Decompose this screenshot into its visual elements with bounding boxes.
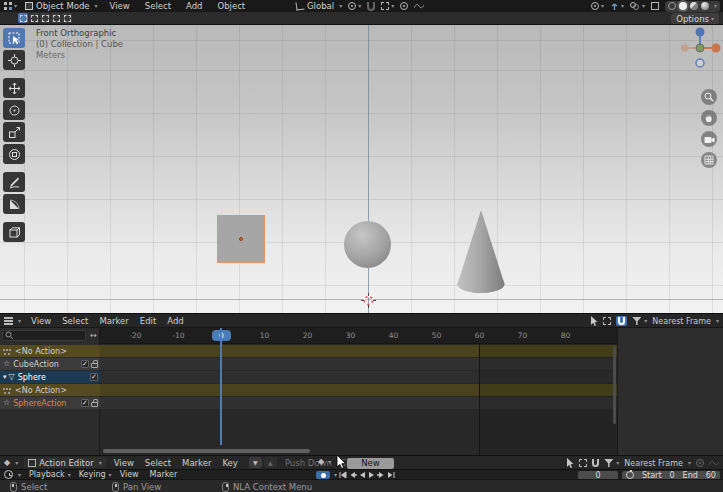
select-mode-extend-button[interactable] [29,13,39,23]
orientation-dropdown[interactable]: Global [296,1,342,11]
select-mode-subtract-button[interactable] [40,13,50,23]
proportional-editing-icon[interactable] [400,2,408,10]
tool-move[interactable] [3,78,25,98]
include-handles-icon[interactable] [579,459,587,467]
jump-to-start-button[interactable] [339,471,347,479]
timeline-menu-marker[interactable]: Marker [150,470,178,479]
expand-caret-icon[interactable] [3,374,7,381]
action-browse-dropdown[interactable] [318,458,331,466]
play-reverse-button[interactable] [359,471,366,479]
new-action-button[interactable]: New [347,458,394,469]
orthographic-toggle-button[interactable] [701,152,717,168]
stopwatch-icon[interactable] [626,471,634,479]
nla-menu-view[interactable]: View [31,316,51,326]
editor-type-dropdown[interactable] [4,2,17,10]
camera-view-button[interactable] [701,131,717,147]
track-enable-checkbox[interactable] [81,360,89,368]
solo-star-icon[interactable] [3,399,10,407]
magnet-icon[interactable] [592,459,599,467]
auto-keying-toggle[interactable] [316,471,330,479]
nla-strips-area[interactable] [100,344,617,456]
navigation-gizmo[interactable] [681,27,721,71]
action-down-button[interactable]: ▼ [249,457,262,468]
tool-cursor[interactable] [3,50,25,70]
horizontal-scrollbar[interactable] [103,449,310,453]
timeline-menu-keying[interactable]: Keying [79,470,106,479]
tool-select-box[interactable] [3,28,25,48]
menu-object[interactable]: Object [217,1,245,11]
unlock-icon[interactable] [91,363,98,368]
xray-toggle[interactable] [651,2,659,10]
tweak-cursor-icon[interactable] [566,458,574,469]
dope-editor-type-dropdown[interactable] [0,459,18,467]
unlock-icon[interactable] [91,402,98,407]
tool-scale[interactable] [3,122,25,142]
visibility-dropdown[interactable] [591,2,604,10]
cube-object[interactable] [217,215,265,263]
tool-transform[interactable] [3,144,25,164]
filter-dropdown[interactable] [604,459,619,467]
tool-add-primitive[interactable] [3,222,25,242]
vertical-scrollbar[interactable] [613,346,616,424]
falloff-curve-icon[interactable] [709,459,719,467]
shading-wireframe-button[interactable] [668,2,676,10]
cone-object[interactable] [457,208,505,298]
channel-search-input[interactable] [2,330,86,341]
nla-menu-select[interactable]: Select [62,316,88,326]
nla-track-sphereaction[interactable]: SphereAction [0,397,100,409]
nla-menu-add[interactable]: Add [167,316,183,326]
nla-track-cubeaction[interactable]: CubeAction [0,358,100,370]
nla-ruler[interactable]: -20 -10 10 20 30 40 50 60 70 80 0 [100,328,617,344]
menu-select[interactable]: Select [145,1,171,11]
nla-menu-edit[interactable]: Edit [140,316,156,326]
options-button[interactable]: Options [671,13,719,24]
timeline-editor-dropdown[interactable] [0,470,21,479]
gizmos-dropdown[interactable] [610,2,624,11]
sphere-object[interactable] [344,221,391,268]
filter-dropdown[interactable] [632,317,647,325]
pivot-dropdown[interactable] [348,2,361,10]
tool-measure[interactable] [3,194,25,214]
falloff-curve-icon[interactable] [414,2,424,10]
select-mode-intersect-button[interactable] [62,13,72,23]
tool-rotate[interactable] [3,100,25,120]
shading-solid-button[interactable] [679,2,687,10]
next-keyframe-button[interactable] [377,471,385,479]
nla-track-active-action-cube[interactable]: <No Action> [0,345,100,357]
pan-button[interactable] [701,110,717,126]
nla-menu-marker[interactable]: Marker [99,316,128,326]
snap-target-dropdown[interactable] [381,2,394,10]
zoom-button[interactable] [701,89,717,105]
dope-menu-view[interactable]: View [114,458,134,468]
snapping-toggle[interactable] [616,316,627,326]
select-mode-invert-button[interactable] [51,13,61,23]
viewport-3d[interactable]: Front Orthographic (0) Collection | Cube… [0,25,723,313]
tweak-cursor-icon[interactable] [590,316,598,327]
overlays-dropdown[interactable] [630,2,645,10]
nla-editor-type-dropdown[interactable] [0,317,21,325]
menu-view[interactable]: View [110,1,130,11]
mode-dropdown[interactable]: Object Mode [25,1,98,11]
timeline-menu-view[interactable]: View [120,470,139,479]
proportional-editing-icon[interactable] [696,459,704,467]
nla-track-active-action-sphere[interactable]: <No Action> [0,384,100,396]
snap-magnet-icon[interactable] [367,2,375,11]
dope-menu-marker[interactable]: Marker [182,458,211,468]
play-button[interactable] [368,471,375,479]
snap-mode-dropdown[interactable]: Nearest Frame [652,317,719,326]
track-enable-checkbox[interactable] [90,373,98,381]
timeline-menu-playback[interactable]: Playback [29,470,65,479]
select-mode-set-button[interactable] [18,13,28,23]
shading-rendered-button[interactable] [701,2,709,10]
jump-to-end-button[interactable] [387,471,395,479]
shading-material-button[interactable] [690,2,698,10]
track-enable-checkbox[interactable] [81,399,89,407]
include-handles-icon[interactable] [603,317,611,325]
dope-mode-dropdown[interactable]: Action Editor [24,457,106,468]
action-up-button[interactable]: ▲ [264,457,277,468]
tool-annotate[interactable] [3,172,25,192]
dope-menu-key[interactable]: Key [222,458,237,468]
channel-expand-toggle[interactable]: ↔ [88,330,99,341]
dope-menu-select[interactable]: Select [145,458,171,468]
prev-keyframe-button[interactable] [349,471,357,479]
